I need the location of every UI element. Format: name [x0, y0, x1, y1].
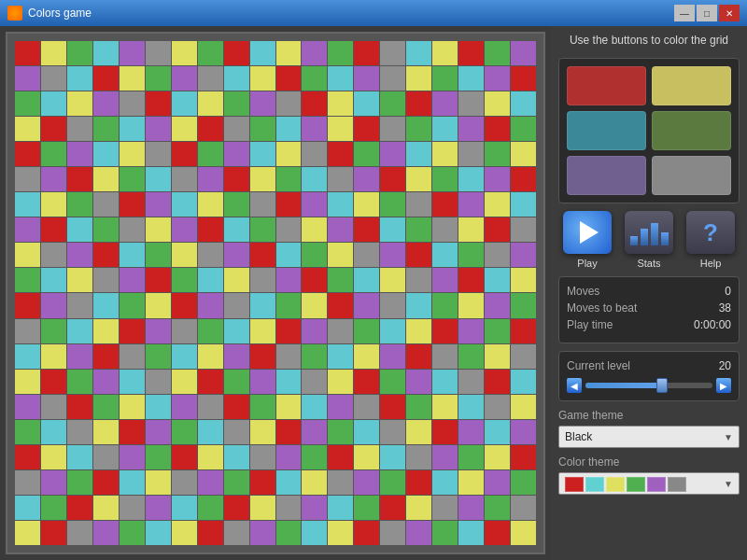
grid-cell[interactable]: [302, 521, 327, 545]
grid-cell[interactable]: [41, 243, 66, 267]
grid-cell[interactable]: [354, 167, 379, 191]
grid-cell[interactable]: [15, 243, 40, 267]
grid-cell[interactable]: [250, 41, 275, 65]
grid-cell[interactable]: [67, 117, 92, 141]
grid-cell[interactable]: [432, 192, 458, 217]
grid-cell[interactable]: [250, 470, 275, 495]
grid-cell[interactable]: [485, 217, 510, 242]
grid-cell[interactable]: [276, 142, 302, 166]
grid-cell[interactable]: [198, 319, 223, 343]
grid-cell[interactable]: [93, 66, 119, 91]
grid-cell[interactable]: [41, 268, 66, 292]
grid-cell[interactable]: [15, 395, 40, 419]
grid-cell[interactable]: [380, 117, 405, 141]
grid-cell[interactable]: [511, 41, 536, 65]
maximize-button[interactable]: □: [697, 5, 717, 21]
grid-cell[interactable]: [302, 41, 327, 65]
grid-cell[interactable]: [406, 496, 431, 520]
grid-cell[interactable]: [406, 167, 431, 191]
grid-cell[interactable]: [146, 395, 171, 419]
grid-cell[interactable]: [120, 370, 145, 394]
grid-cell[interactable]: [380, 66, 405, 91]
grid-cell[interactable]: [120, 268, 145, 292]
grid-cell[interactable]: [432, 41, 458, 65]
grid-cell[interactable]: [511, 217, 536, 242]
grid-cell[interactable]: [485, 521, 510, 545]
grid-cell[interactable]: [224, 167, 249, 191]
grid-cell[interactable]: [224, 217, 249, 242]
grid-cell[interactable]: [328, 91, 353, 116]
grid-cell[interactable]: [15, 445, 40, 469]
grid-cell[interactable]: [198, 445, 223, 469]
slider-left-button[interactable]: ◀: [567, 378, 582, 393]
close-button[interactable]: ✕: [719, 5, 740, 21]
grid-cell[interactable]: [146, 370, 171, 394]
grid-cell[interactable]: [250, 319, 275, 343]
grid-cell[interactable]: [198, 217, 223, 242]
grid-cell[interactable]: [276, 91, 302, 116]
grid-cell[interactable]: [276, 117, 302, 141]
grid-cell[interactable]: [93, 268, 119, 292]
grid-cell[interactable]: [328, 370, 353, 394]
grid-cell[interactable]: [406, 117, 431, 141]
grid-cell[interactable]: [41, 142, 66, 166]
color-theme-swatch[interactable]: [668, 477, 686, 492]
grid-cell[interactable]: [224, 293, 249, 317]
grid-cell[interactable]: [302, 66, 327, 91]
grid-cell[interactable]: [198, 142, 223, 166]
grid-cell[interactable]: [354, 344, 379, 369]
grid-cell[interactable]: [41, 192, 66, 217]
grid-cell[interactable]: [511, 496, 536, 520]
grid-cell[interactable]: [485, 66, 510, 91]
color-theme-swatch[interactable]: [647, 477, 666, 492]
grid-cell[interactable]: [458, 66, 484, 91]
grid-cell[interactable]: [15, 66, 40, 91]
grid-cell[interactable]: [328, 344, 353, 369]
grid-cell[interactable]: [276, 395, 302, 419]
grid-cell[interactable]: [485, 445, 510, 469]
grid-cell[interactable]: [172, 167, 197, 191]
grid-cell[interactable]: [432, 66, 458, 91]
grid-cell[interactable]: [172, 192, 197, 217]
grid-cell[interactable]: [485, 395, 510, 419]
grid-cell[interactable]: [120, 243, 145, 267]
grid-cell[interactable]: [485, 344, 510, 369]
grid-cell[interactable]: [67, 142, 92, 166]
grid-cell[interactable]: [432, 319, 458, 343]
game-theme-dropdown[interactable]: Black ▼: [558, 426, 740, 448]
grid-cell[interactable]: [67, 293, 92, 317]
grid-cell[interactable]: [485, 370, 510, 394]
grid-cell[interactable]: [380, 496, 405, 520]
grid-cell[interactable]: [172, 420, 197, 444]
grid-cell[interactable]: [172, 445, 197, 469]
grid-cell[interactable]: [485, 420, 510, 444]
grid-cell[interactable]: [250, 344, 275, 369]
grid-cell[interactable]: [146, 470, 171, 495]
grid-cell[interactable]: [172, 66, 197, 91]
grid-cell[interactable]: [276, 66, 302, 91]
grid-cell[interactable]: [172, 293, 197, 317]
grid-cell[interactable]: [41, 319, 66, 343]
grid-cell[interactable]: [93, 217, 119, 242]
grid-cell[interactable]: [458, 496, 484, 520]
grid-cell[interactable]: [224, 91, 249, 116]
grid-cell[interactable]: [120, 521, 145, 545]
grid-cell[interactable]: [458, 217, 484, 242]
grid-cell[interactable]: [250, 142, 275, 166]
minimize-button[interactable]: —: [674, 5, 695, 21]
grid-cell[interactable]: [511, 521, 536, 545]
grid-cell[interactable]: [224, 370, 249, 394]
grid-cell[interactable]: [41, 445, 66, 469]
grid-cell[interactable]: [432, 344, 458, 369]
grid-cell[interactable]: [511, 344, 536, 369]
swatch-teal[interactable]: [567, 111, 646, 150]
grid-cell[interactable]: [380, 192, 405, 217]
grid-cell[interactable]: [354, 117, 379, 141]
grid-cell[interactable]: [432, 117, 458, 141]
grid-cell[interactable]: [328, 521, 353, 545]
grid-cell[interactable]: [432, 496, 458, 520]
grid-cell[interactable]: [250, 521, 275, 545]
grid-cell[interactable]: [120, 167, 145, 191]
grid-cell[interactable]: [276, 445, 302, 469]
grid-cell[interactable]: [41, 167, 66, 191]
